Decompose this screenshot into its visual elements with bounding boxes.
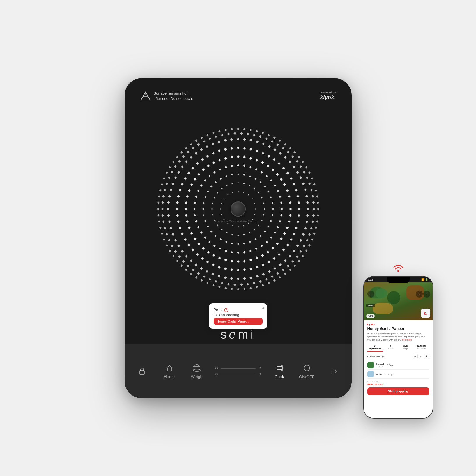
broccoli-thumb — [367, 362, 374, 368]
nav-item-weigh[interactable]: Weigh — [188, 363, 206, 379]
home-label: Home — [164, 374, 175, 379]
phone-indicators: 📶 🔋 — [421, 278, 429, 281]
warning-label: Surface remains hot after use. Do not to… — [140, 91, 193, 101]
recipe-content: klynk's Honey Garlic Paneer An amazing s… — [364, 320, 433, 418]
weigh-label: Weigh — [191, 374, 202, 379]
phone-notch — [387, 277, 410, 283]
cook-on-section: COOK ON SEMI | Guided ↑ Start prepping — [367, 379, 429, 397]
control-panel: Home Weigh — [125, 344, 352, 398]
onoff-label: ON/OFF — [299, 374, 314, 379]
center-knob-label: Precision Temperature Control — [213, 220, 260, 223]
tooltip-instruction: Press — [214, 307, 263, 312]
klynk-logo-container: Powered by klynk. — [320, 91, 336, 101]
ingredient-row-broccoli: Broccoli Chopped 2 Cup — [367, 361, 429, 370]
semi-device-badge: Semi — [366, 304, 375, 307]
slider-dot-left-bottom — [215, 373, 218, 375]
cook-icon — [275, 363, 284, 373]
burner-area: Precision Temperature Control — [139, 110, 337, 308]
slider-dot-left — [215, 367, 218, 369]
phone-more-button[interactable]: ⋮ — [423, 291, 430, 298]
tab-tools[interactable]: 4 Tools — [383, 343, 398, 352]
servings-value: 4 — [420, 355, 421, 358]
phone: 1:32 📶 🔋 ← ♡ ⋮ 4.2/ — [363, 276, 433, 419]
water-qty: 1/2 Cup — [385, 373, 393, 376]
svg-point-17 — [397, 270, 399, 272]
warning-text: Surface remains hot after use. Do not to… — [154, 91, 193, 101]
main-scene: Surface remains hot after use. Do not to… — [34, 34, 442, 442]
wifi-signal-icon — [391, 261, 406, 273]
klynk-k-badge: k. — [421, 309, 430, 318]
recipe-image: ← ♡ ⋮ 4.2/5 Semi k. — [364, 282, 433, 320]
servings-plus-button[interactable]: + — [424, 354, 429, 359]
nav-item-cook[interactable]: Cook — [271, 363, 288, 379]
cook-tooltip: × Press to start cooking Honey Garlic Pa… — [209, 303, 267, 329]
ingredient-row-water: Water 1/2 Cup — [367, 370, 429, 379]
burner-dots: Precision Temperature Control — [148, 119, 328, 299]
nav-item-next[interactable] — [325, 367, 343, 376]
slider-dot-right-bottom — [259, 373, 261, 375]
phone-screen: 1:32 📶 🔋 ← ♡ ⋮ 4.2/ — [364, 277, 433, 418]
slider-track-bottom[interactable] — [221, 374, 256, 374]
cook-on-value: SEMI | Guided ↑ — [367, 383, 429, 386]
tab-ingredients[interactable]: 14 Ingredients — [367, 343, 383, 352]
tooltip-recipe-name: Honey Garlic Pane... — [214, 318, 263, 325]
tab-nutrition[interactable]: 410kcal Nutrition — [414, 343, 429, 352]
slider-dot-right — [259, 367, 261, 369]
see-more-link[interactable]: see more — [402, 339, 412, 341]
phone-back-button[interactable]: ← — [367, 291, 374, 298]
phone-time: 1:32 — [368, 278, 373, 281]
recipe-description: An amazing starter recipe that can be ma… — [367, 332, 429, 342]
start-prepping-button[interactable]: Start prepping — [367, 387, 429, 395]
slider-zone: × Press to start cooking Honey Garlic Pa… — [215, 367, 261, 375]
recipe-title: Honey Garlic Paneer — [367, 326, 429, 331]
svg-rect-4 — [167, 368, 171, 371]
servings-row: Choose servings − 4 + — [367, 354, 429, 359]
tooltip-close-button[interactable]: × — [262, 306, 264, 310]
tab-steps[interactable]: 25m Steps — [398, 343, 414, 352]
powered-by-text: Powered by — [320, 91, 336, 94]
servings-label: Choose servings — [367, 355, 385, 358]
recipe-brand: klynk's — [367, 323, 429, 326]
power-icon — [302, 363, 312, 373]
water-thumb — [367, 371, 374, 377]
klynk-brand-name: klynk. — [320, 95, 336, 100]
svg-rect-3 — [140, 371, 144, 374]
servings-minus-button[interactable]: − — [413, 354, 418, 359]
tooltip-start-cooking: to start cooking — [214, 313, 263, 317]
home-icon — [165, 363, 174, 373]
broccoli-qty: 2 Cup — [387, 364, 393, 367]
ingredient-info-water: Water — [376, 373, 382, 376]
semi-brand-text: semi — [220, 328, 256, 341]
cook-on-label: COOK ON — [367, 381, 429, 383]
phone-favorite-button[interactable]: ♡ — [416, 291, 423, 298]
ingredient-info: Broccoli Chopped — [376, 363, 384, 367]
lock-icon — [137, 367, 147, 376]
servings-controls: − 4 + — [413, 354, 429, 359]
hot-surface-icon — [140, 91, 151, 101]
slider-track-top[interactable] — [221, 368, 256, 369]
cooktop: Surface remains hot after use. Do not to… — [125, 78, 352, 398]
nav-item-lock[interactable] — [133, 367, 151, 376]
scale-icon — [192, 363, 201, 373]
nav-item-home[interactable]: Home — [161, 363, 178, 379]
temperature-control-knob[interactable] — [231, 201, 246, 217]
recipe-info-tabs: 14 Ingredients 4 Tools 25m Steps 410kc — [367, 343, 429, 352]
phone-container: 1:32 📶 🔋 ← ♡ ⋮ 4.2/ — [363, 261, 433, 419]
recipe-rating-badge: 4.2/5 — [366, 314, 375, 318]
cook-label: Cook — [275, 374, 284, 379]
next-icon — [330, 367, 339, 376]
nav-item-onoff[interactable]: ON/OFF — [298, 363, 316, 379]
